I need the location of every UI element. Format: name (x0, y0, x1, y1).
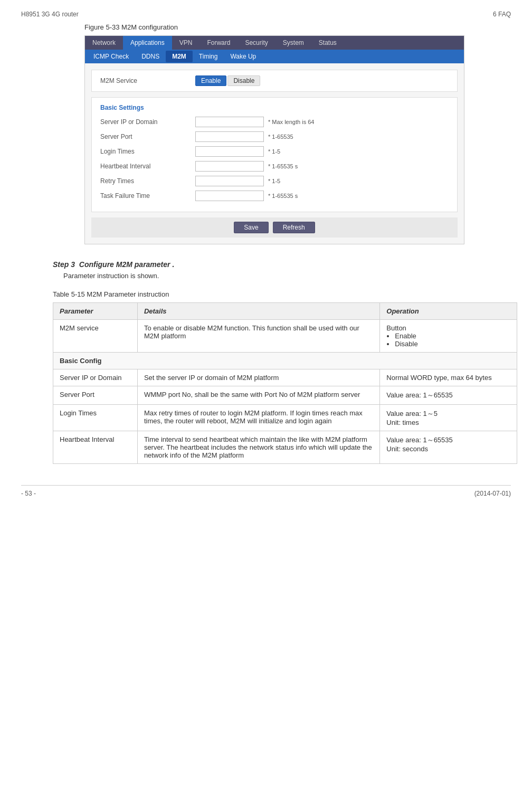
field-server-port-label: Server Port (100, 133, 195, 140)
sub-nav-wakeup[interactable]: Wake Up (224, 51, 262, 62)
table-row-section: Basic Config (53, 353, 517, 369)
retry-times-input[interactable] (195, 176, 264, 186)
field-server-ip: Server IP or Domain * Max length is 64 (100, 117, 449, 127)
field-retry-times: Retry Times * 1-5 (100, 176, 449, 186)
field-retry-times-label: Retry Times (100, 177, 195, 185)
retry-times-hint: * 1-5 (268, 178, 280, 184)
cell-login-times-op: Value area: 1～5Unit: times (380, 405, 517, 431)
disable-button[interactable]: Disable (227, 75, 260, 86)
op-bullet-list: Enable Disable (386, 332, 510, 348)
server-port-input[interactable] (195, 131, 264, 142)
sub-nav-bar: ICMP Check DDNS M2M Timing Wake Up (85, 50, 464, 63)
field-task-failure: Task Failure Time * 1-65535 s (100, 191, 449, 201)
cell-server-ip-op: Normal WORD type, max 64 bytes (380, 369, 517, 386)
header-right: 6 FAQ (493, 11, 511, 18)
page-footer: - 53 - (2014-07-01) (21, 485, 511, 497)
cell-heartbeat-op: Value area: 1～65535Unit: seconds (380, 431, 517, 464)
header-left: H8951 3G 4G router (21, 11, 79, 18)
page-header: H8951 3G 4G router 6 FAQ (21, 11, 511, 18)
nav-status[interactable]: Status (311, 36, 344, 50)
nav-system[interactable]: System (276, 36, 311, 50)
nav-applications[interactable]: Applications (123, 36, 172, 50)
nav-forward[interactable]: Forward (200, 36, 238, 50)
table-row: Login Times Max retry times of router to… (53, 405, 517, 431)
heartbeat-input[interactable] (195, 161, 264, 172)
step-section: Step 3 Configure M2M parameter . Paramet… (53, 260, 511, 280)
m2m-service-toggle: Enable Disable (195, 75, 260, 86)
cell-login-times-details: Max retry times of router to login M2M p… (137, 405, 379, 431)
step-label: Step 3 Configure M2M parameter . (53, 260, 511, 269)
cell-login-times-param: Login Times (53, 405, 138, 431)
nav-network[interactable]: Network (85, 36, 123, 50)
cell-basic-config: Basic Config (53, 353, 517, 369)
table-row: Heartbeat Interval Time interval to send… (53, 431, 517, 464)
cell-heartbeat-details: Time interval to send heartbeat which ma… (137, 431, 379, 464)
enable-button[interactable]: Enable (195, 75, 226, 86)
task-failure-input[interactable] (195, 191, 264, 201)
server-ip-hint: * Max length is 64 (268, 119, 314, 125)
nav-security[interactable]: Security (238, 36, 275, 50)
cell-m2m-service-op: Button Enable Disable (380, 320, 517, 353)
cell-server-port-param: Server Port (53, 386, 138, 405)
save-button[interactable]: Save (234, 222, 268, 233)
sub-nav-icmp[interactable]: ICMP Check (87, 51, 135, 62)
op-bullet-disable: Disable (395, 340, 510, 348)
field-login-times-label: Login Times (100, 148, 195, 155)
sub-nav-timing[interactable]: Timing (193, 51, 224, 62)
sub-nav-m2m[interactable]: M2M (166, 51, 193, 62)
nav-vpn[interactable]: VPN (172, 36, 200, 50)
m2m-service-label: M2M Service (100, 77, 195, 84)
field-login-times: Login Times * 1-5 (100, 146, 449, 157)
cell-server-ip-param: Server IP or Domain (53, 369, 138, 386)
action-bar: Save Refresh (91, 217, 458, 238)
service-row: M2M Service Enable Disable (91, 70, 458, 92)
heartbeat-hint: * 1-65535 s (268, 163, 298, 169)
cell-server-port-details: WMMP port No, shall be the same with Por… (137, 386, 379, 405)
server-ip-input[interactable] (195, 117, 264, 127)
cell-server-ip-details: Set the server IP or domain of M2M platf… (137, 369, 379, 386)
op-bullet-enable: Enable (395, 332, 510, 340)
col-header-operation: Operation (380, 303, 517, 320)
cell-heartbeat-param: Heartbeat Interval (53, 431, 138, 464)
parameter-table: Parameter Details Operation M2M service … (53, 302, 517, 464)
refresh-button[interactable]: Refresh (273, 222, 315, 233)
table-title: Table 5-15 M2M Parameter instruction (53, 290, 511, 298)
table-row: Server IP or Domain Set the server IP or… (53, 369, 517, 386)
cell-server-port-op: Value area: 1～65535 (380, 386, 517, 405)
basic-settings-section: Basic Settings Server IP or Domain * Max… (91, 97, 458, 212)
ui-body: M2M Service Enable Disable Basic Setting… (85, 63, 464, 244)
cell-m2m-service-param: M2M service (53, 320, 138, 353)
task-failure-hint: * 1-65535 s (268, 193, 298, 199)
figure-title: Figure 5-33 M2M configuration (84, 23, 511, 31)
field-server-port: Server Port * 1-65535 (100, 131, 449, 142)
col-header-details: Details (137, 303, 379, 320)
login-times-input[interactable] (195, 146, 264, 157)
table-row: Server Port WMMP port No, shall be the s… (53, 386, 517, 405)
field-task-failure-label: Task Failure Time (100, 192, 195, 200)
step-description: Parameter instruction is shown. (63, 272, 511, 280)
footer-left: - 53 - (21, 490, 36, 497)
col-header-parameter: Parameter (53, 303, 138, 320)
field-heartbeat-label: Heartbeat Interval (100, 163, 195, 170)
login-times-hint: * 1-5 (268, 148, 280, 155)
nav-bar: Network Applications VPN Forward Securit… (85, 36, 464, 50)
field-heartbeat-interval: Heartbeat Interval * 1-65535 s (100, 161, 449, 172)
cell-m2m-service-details: To enable or disable M2M function. This … (137, 320, 379, 353)
router-ui-container: Network Applications VPN Forward Securit… (84, 35, 464, 244)
field-server-ip-label: Server IP or Domain (100, 118, 195, 126)
basic-settings-title: Basic Settings (100, 104, 449, 111)
sub-nav-ddns[interactable]: DDNS (135, 51, 166, 62)
footer-right: (2014-07-01) (474, 490, 511, 497)
table-row: M2M service To enable or disable M2M fun… (53, 320, 517, 353)
server-port-hint: * 1-65535 (268, 134, 293, 140)
